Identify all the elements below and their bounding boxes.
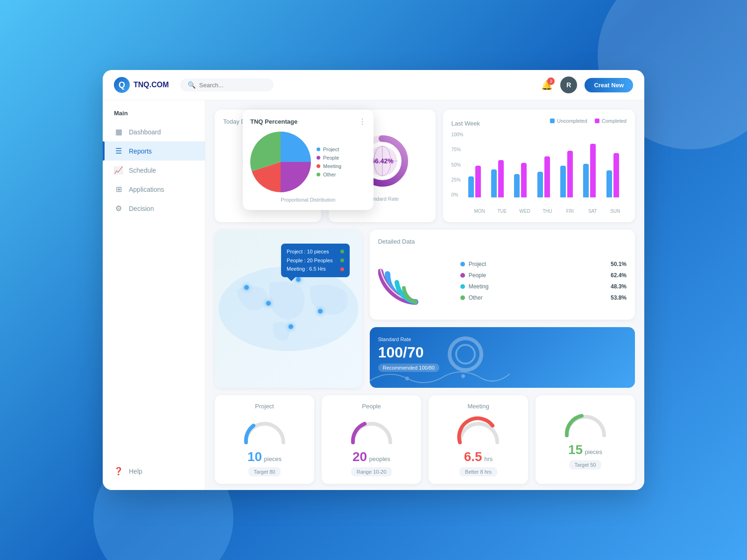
dl-row-people: People 62.4% bbox=[460, 272, 627, 279]
dashboard-icon: ▦ bbox=[114, 127, 123, 136]
bar-group-mon bbox=[468, 166, 488, 197]
metric-other: 15 pieces Target 50 bbox=[536, 395, 635, 484]
bar-thu-completed bbox=[544, 156, 550, 197]
sidebar-item-reports[interactable]: ☰ Reports bbox=[103, 141, 205, 161]
bar-mon-completed bbox=[475, 166, 481, 197]
search-icon: 🔍 bbox=[188, 81, 196, 89]
dl-row-project: Project 50.1% bbox=[460, 261, 627, 267]
bar-group-sat bbox=[583, 144, 603, 197]
svg-point-17 bbox=[405, 377, 409, 380]
metric-people-value: 20 bbox=[352, 449, 367, 464]
map-tooltip: Project : 10 pieces People : 20 Peoples … bbox=[281, 244, 349, 277]
sidebar-item-decision[interactable]: ⚙ Decision bbox=[103, 199, 205, 218]
detailed-data-card: Detailed Data bbox=[370, 230, 635, 320]
dl-value-people: 62.4% bbox=[611, 272, 627, 279]
svg-point-16 bbox=[456, 345, 475, 364]
last-week-title: Last Week bbox=[451, 120, 480, 127]
gauge-meeting bbox=[436, 415, 521, 446]
bar-fri-completed bbox=[567, 151, 573, 197]
sidebar-label-dashboard: Dashboard bbox=[129, 128, 161, 136]
bar-chart: 100%75%50%25%0% bbox=[451, 132, 627, 207]
std-wave bbox=[370, 364, 510, 388]
tnq-pie-chart bbox=[250, 132, 311, 192]
dl-value-other: 53.8% bbox=[611, 294, 627, 301]
metric-meeting-value-wrap: 6.5 hrs bbox=[436, 449, 521, 464]
bar-tue-uncompleted bbox=[491, 169, 497, 197]
x-label-sat: SAT bbox=[581, 209, 604, 214]
body-wrap: Main ▦ Dashboard ☰ Reports 📈 Schedule ⊞ … bbox=[103, 100, 644, 490]
bar-sun-completed bbox=[613, 153, 619, 197]
map-dot-3 bbox=[296, 277, 301, 282]
tnq-title: TNQ Percentage bbox=[250, 118, 297, 125]
gauge-people bbox=[329, 415, 414, 446]
tnq-body: Project People Meeting Other bbox=[250, 132, 366, 192]
sidebar-item-applications[interactable]: ⊞ Applications bbox=[103, 180, 205, 199]
gauge-other bbox=[543, 408, 627, 439]
pie-label-other: Other bbox=[323, 172, 336, 177]
dl-row-meeting: Meeting 48.3% bbox=[460, 283, 627, 290]
metric-people: People 20 peoples Range 10-20 bbox=[322, 395, 421, 484]
metric-other-unit: pieces bbox=[585, 448, 603, 455]
bar-group-sun bbox=[606, 153, 627, 197]
pie-label-meeting: Meeting bbox=[323, 163, 341, 169]
logo-icon: Q bbox=[114, 77, 130, 93]
metric-other-value: 15 bbox=[568, 442, 583, 457]
metric-meeting: Meeting 6.5 hrs Better 8 hrs bbox=[429, 395, 528, 484]
sidebar-item-dashboard[interactable]: ▦ Dashboard bbox=[103, 122, 205, 141]
sidebar-item-schedule[interactable]: 📈 Schedule bbox=[103, 161, 205, 180]
dl-value-meeting: 48.3% bbox=[611, 283, 627, 290]
gauge-people-svg bbox=[348, 415, 395, 446]
search-bar[interactable]: 🔍 bbox=[180, 78, 274, 91]
metric-other-sub: Target 50 bbox=[569, 460, 602, 469]
metric-people-value-wrap: 20 peoples bbox=[329, 449, 414, 464]
x-label-tue: TUE bbox=[491, 209, 513, 214]
sidebar-label-help: Help bbox=[129, 468, 142, 475]
standard-rate-card: Standard Rate 100/70 Recommended 100/80 bbox=[370, 327, 635, 388]
pie-dot-meeting bbox=[317, 164, 320, 168]
sidebar-label-schedule: Schedule bbox=[129, 167, 156, 174]
legend-uncompleted: Uncompleted bbox=[550, 118, 587, 124]
x-label-thu: THU bbox=[536, 209, 558, 214]
metric-meeting-unit: hrs bbox=[484, 455, 493, 462]
pie-dot-other bbox=[317, 173, 320, 176]
dl-label-other: Other bbox=[469, 294, 607, 301]
map-card: Project : 10 pieces People : 20 Peoples … bbox=[215, 230, 362, 388]
logo: Q TNQ.COM bbox=[114, 77, 169, 93]
metric-meeting-title: Meeting bbox=[436, 403, 521, 410]
last-week-card: Last Week Uncompleted Completed bbox=[443, 110, 635, 222]
row-3: Project 10 pieces Target 80 P bbox=[215, 395, 635, 484]
notification-button[interactable]: 🔔 2 bbox=[541, 79, 553, 91]
standard-rate-label: Standard Rate bbox=[378, 336, 439, 342]
x-axis: MON TUE WED THU FRI SAT SUN bbox=[451, 209, 627, 214]
legend-completed: Completed bbox=[595, 118, 627, 124]
metric-project-value-wrap: 10 pieces bbox=[222, 449, 307, 464]
metric-project: Project 10 pieces Target 80 bbox=[215, 395, 314, 484]
detailed-data-body: Project 50.1% People 62.4% bbox=[378, 251, 627, 311]
bar-fri-uncompleted bbox=[560, 166, 566, 197]
dl-dot-project bbox=[460, 262, 465, 266]
gauge-other-svg bbox=[562, 408, 609, 439]
tooltip-dot-green2 bbox=[340, 259, 344, 262]
tooltip-people: People : 20 Peoples bbox=[287, 256, 332, 265]
x-label-wed: WED bbox=[514, 209, 536, 214]
bar-group-fri bbox=[560, 151, 580, 197]
metric-people-unit: peoples bbox=[369, 455, 391, 462]
dl-value-project: 50.1% bbox=[611, 261, 627, 267]
decision-icon: ⚙ bbox=[114, 204, 123, 213]
search-input[interactable] bbox=[199, 82, 266, 89]
sidebar-item-help[interactable]: ❓ Help bbox=[103, 462, 205, 481]
sidebar-label-applications: Applications bbox=[129, 186, 164, 193]
metric-people-sub: Range 10-20 bbox=[351, 467, 392, 476]
map-dot-4 bbox=[318, 309, 323, 314]
tnq-menu-button[interactable]: ⋮ bbox=[359, 117, 366, 126]
chart-legend: Uncompleted Completed bbox=[550, 118, 627, 124]
gauge-project-svg bbox=[241, 415, 288, 446]
tooltip-meeting: Meeting : 6.5 Hrs bbox=[287, 265, 326, 273]
notification-badge: 2 bbox=[547, 77, 555, 85]
tooltip-dot-green bbox=[340, 250, 344, 253]
dl-dot-people bbox=[460, 273, 465, 278]
bar-sun-uncompleted bbox=[606, 170, 612, 197]
pie-dot-people bbox=[317, 156, 320, 160]
create-new-button[interactable]: Creat New bbox=[585, 78, 633, 92]
pie-label-people: People bbox=[323, 155, 339, 161]
